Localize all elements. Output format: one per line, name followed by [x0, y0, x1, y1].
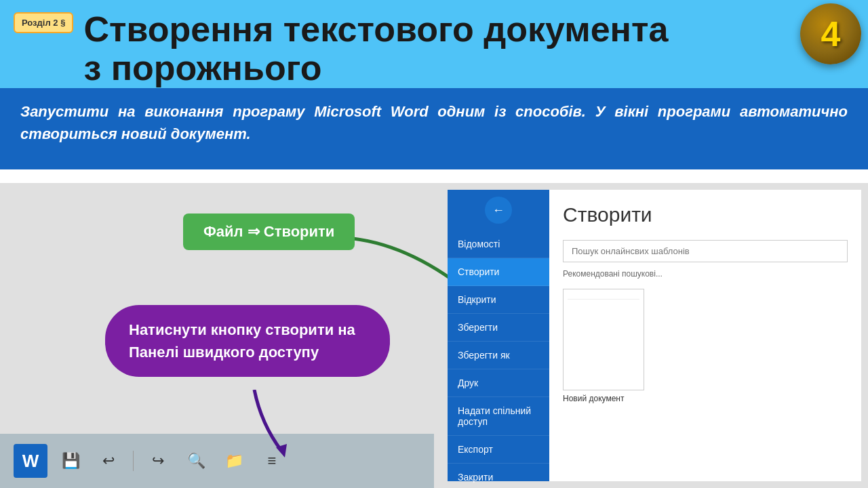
toolbar-area: W 💾 ↩ ↪ 🔍 📁 ≡	[0, 434, 434, 488]
number-badge-value: 4	[821, 14, 841, 54]
main-title: Створення текстового документа з порожнь…	[83, 10, 854, 87]
menu-item-create[interactable]: Створити	[448, 258, 549, 286]
menu-item-close[interactable]: Закрити	[448, 464, 549, 488]
word-back-button[interactable]: ←	[485, 197, 512, 224]
template-search-input[interactable]	[563, 240, 848, 262]
recommended-label: Рекомендовані пошукові...	[563, 269, 848, 279]
menu-item-save[interactable]: Зберегти	[448, 314, 549, 342]
new-doc-preview[interactable]	[563, 289, 644, 390]
menu-item-print[interactable]: Друк	[448, 369, 549, 397]
menu-item-open[interactable]: Відкрити	[448, 286, 549, 314]
instruction-text: Запустити на виконання програму Microsof…	[20, 100, 848, 145]
purple-callout: Натиснути кнопку створити на Панелі швид…	[105, 305, 390, 377]
undo-button[interactable]: ↩	[94, 446, 123, 476]
word-content-title: Створити	[563, 203, 848, 226]
number-badge: 4	[800, 3, 861, 64]
menu-item-export[interactable]: Експорт	[448, 436, 549, 464]
word-file-panel: ← Відомості Створити Відкрити Зберегти З…	[448, 190, 549, 481]
word-app-icon: W	[14, 444, 47, 478]
purple-callout-text: Натиснути кнопку створити на Панелі швид…	[129, 321, 355, 361]
search-button[interactable]: 🔍	[181, 446, 211, 476]
redo-button[interactable]: ↪	[143, 446, 173, 476]
menu-item-share[interactable]: Надати спільний доступ	[448, 397, 549, 436]
word-content-panel: Створити Рекомендовані пошукові... Новий…	[549, 190, 861, 481]
new-doc-label: Новий документ	[563, 394, 624, 403]
content-area: Файл ⇒ Створити Натиснути кнопку створит…	[0, 183, 868, 488]
green-callout[interactable]: Файл ⇒ Створити	[183, 214, 355, 250]
purple-arrow-icon	[241, 390, 322, 458]
instruction-area: Запустити на виконання програму Microsof…	[0, 88, 868, 169]
chapter-badge: Розділ 2 §	[14, 12, 73, 33]
back-icon: ←	[492, 203, 505, 218]
header-section: Розділ 2 § Створення текстового документ…	[0, 0, 868, 88]
toolbar-separator	[133, 451, 134, 471]
green-callout-text: Файл ⇒ Створити	[203, 223, 334, 240]
menu-item-save-as[interactable]: Зберегти як	[448, 342, 549, 369]
menu-item-info[interactable]: Відомості	[448, 230, 549, 258]
save-button[interactable]: 💾	[56, 446, 85, 476]
